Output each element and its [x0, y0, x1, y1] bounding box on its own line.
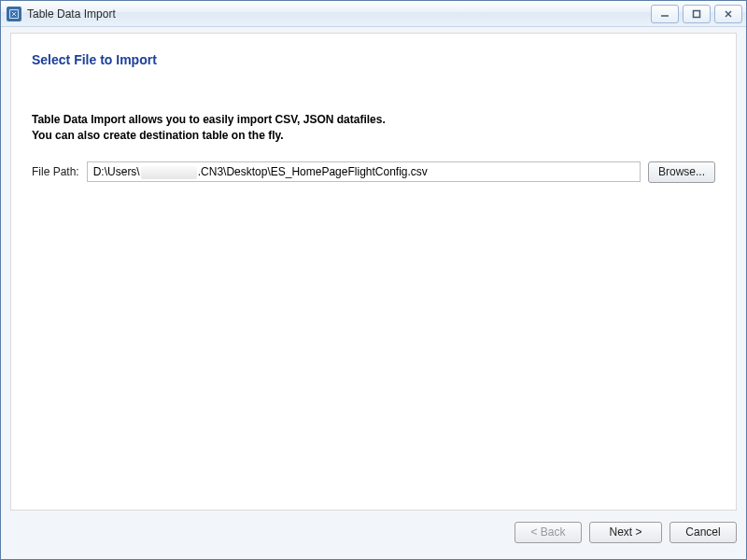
- browse-button[interactable]: Browse...: [648, 161, 715, 183]
- titlebar: Table Data Import: [1, 1, 746, 27]
- page-heading: Select File to Import: [32, 52, 715, 67]
- maximize-button[interactable]: [683, 5, 711, 23]
- close-button[interactable]: [714, 5, 742, 23]
- file-path-input[interactable]: D:\Users\.CN3\Desktop\ES_HomePageFlightC…: [87, 161, 641, 182]
- file-path-row: File Path: D:\Users\.CN3\Desktop\ES_Home…: [32, 161, 715, 183]
- app-icon: [7, 7, 21, 21]
- file-path-value: D:\Users\.CN3\Desktop\ES_HomePageFlightC…: [93, 165, 428, 179]
- content-panel: Select File to Import Table Data Import …: [10, 33, 737, 511]
- cancel-button[interactable]: Cancel: [669, 522, 737, 543]
- back-button: < Back: [514, 522, 582, 543]
- redacted-segment: [141, 166, 197, 179]
- window-controls: [651, 5, 742, 23]
- description-line-2: You can also create destination table on…: [32, 129, 284, 142]
- next-button[interactable]: Next >: [589, 522, 662, 543]
- description-line-1: Table Data Import allows you to easily i…: [32, 113, 386, 126]
- window-title: Table Data Import: [27, 7, 651, 21]
- svg-rect-1: [694, 10, 700, 17]
- minimize-button[interactable]: [651, 5, 679, 23]
- description-text: Table Data Import allows you to easily i…: [32, 112, 715, 145]
- wizard-button-bar: < Back Next > Cancel: [10, 518, 737, 546]
- file-path-label: File Path:: [32, 165, 79, 178]
